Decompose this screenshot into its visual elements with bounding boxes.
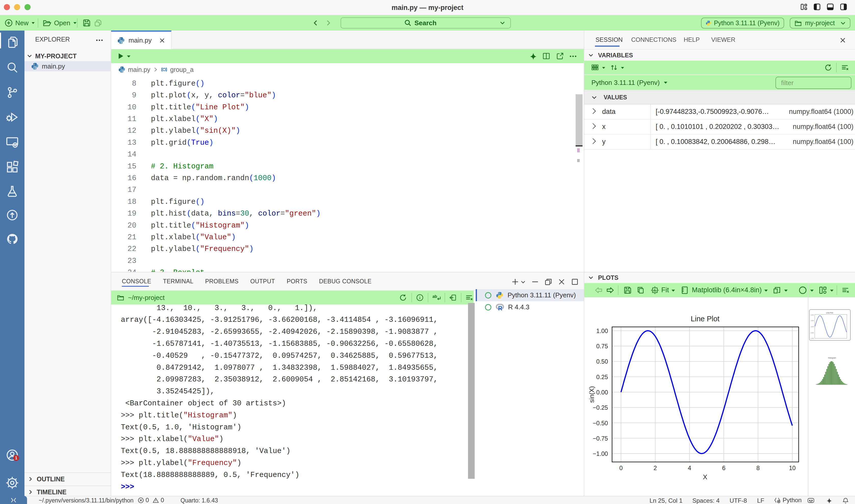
svg-text:−1.00: −1.00: [593, 450, 608, 457]
svg-text:0.50: 0.50: [596, 358, 608, 365]
svg-text:−0.50: −0.50: [810, 332, 814, 334]
svg-text:R: R: [498, 305, 502, 311]
svg-text:10: 10: [789, 465, 796, 471]
svg-text:Histogram: Histogram: [828, 357, 836, 359]
svg-text:Line Plot: Line Plot: [691, 315, 720, 323]
svg-text:6: 6: [722, 465, 726, 471]
svg-text:8: 8: [756, 465, 760, 471]
svg-text:sin(X): sin(X): [588, 386, 595, 402]
svg-text:−0.50: −0.50: [593, 420, 608, 427]
svg-text:1.00: 1.00: [811, 314, 814, 316]
svg-text:0.00: 0.00: [811, 326, 814, 327]
svg-text:0: 0: [619, 465, 623, 471]
svg-text:−0.25: −0.25: [593, 404, 608, 411]
svg-text:−1.00: −1.00: [810, 338, 814, 339]
svg-text:0.75: 0.75: [596, 343, 608, 349]
svg-text:ab: ab: [432, 294, 437, 299]
svg-text:2: 2: [654, 465, 657, 471]
svg-text:0.25: 0.25: [596, 374, 608, 380]
svg-text:−0.75: −0.75: [593, 435, 608, 442]
svg-text:X: X: [703, 473, 707, 481]
svg-text:1.00: 1.00: [596, 328, 608, 334]
svg-text:0.50: 0.50: [811, 320, 814, 321]
svg-text:0.00: 0.00: [596, 389, 608, 396]
svg-text:Line Plot: Line Plot: [826, 312, 833, 314]
svg-text:4: 4: [688, 465, 691, 471]
